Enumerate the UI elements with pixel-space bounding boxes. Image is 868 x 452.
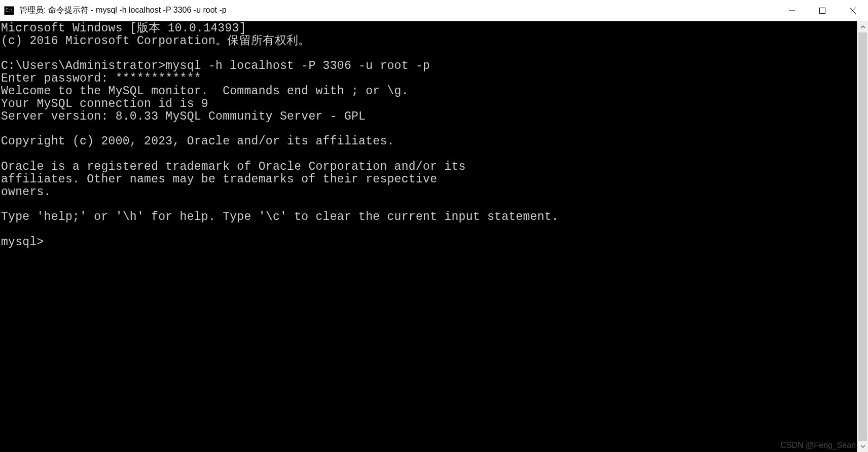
terminal-output[interactable]: Microsoft Windows [版本 10.0.14393] (c) 20… [0,21,857,452]
minimize-button[interactable] [777,0,807,21]
cmd-icon: C:\ [4,6,14,15]
close-icon [849,7,856,14]
minimize-icon [788,7,795,14]
window-controls [777,0,868,21]
vertical-scrollbar[interactable] [857,21,868,452]
scroll-up-arrow[interactable] [857,21,868,32]
scroll-down-arrow[interactable] [857,441,868,452]
maximize-button[interactable] [807,0,838,21]
window-titlebar[interactable]: C:\ 管理员: 命令提示符 - mysql -h localhost -P 3… [0,0,868,21]
maximize-icon [819,7,826,14]
scroll-track[interactable] [857,32,868,441]
close-button[interactable] [838,0,868,21]
chevron-down-icon [860,444,865,449]
chevron-up-icon [860,24,865,29]
terminal-wrapper: Microsoft Windows [版本 10.0.14393] (c) 20… [0,21,868,452]
window-title: 管理员: 命令提示符 - mysql -h localhost -P 3306 … [19,5,777,16]
svg-rect-1 [820,8,825,13]
scroll-thumb[interactable] [858,32,867,441]
